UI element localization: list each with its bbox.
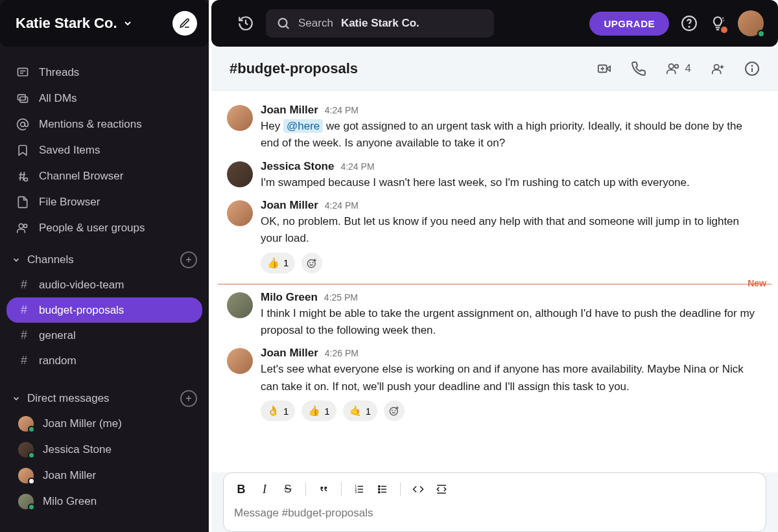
italic-button[interactable]: I bbox=[257, 483, 272, 496]
strikethrough-button[interactable]: S bbox=[281, 483, 295, 496]
emoji: 👌 bbox=[267, 405, 279, 417]
user-avatar[interactable] bbox=[738, 10, 764, 36]
avatar bbox=[18, 442, 34, 457]
help-icon bbox=[681, 15, 698, 32]
svg-point-16 bbox=[689, 27, 689, 27]
people-icon bbox=[16, 222, 30, 235]
history-button[interactable] bbox=[237, 15, 254, 32]
reaction[interactable]: 👌1 bbox=[261, 400, 295, 421]
reaction[interactable]: 👍1 bbox=[261, 253, 295, 273]
message-composer[interactable]: B I S 123 bbox=[223, 472, 766, 532]
hash-icon: # bbox=[18, 303, 30, 317]
channel-item-audio-video-team[interactable]: #audio-video-team bbox=[6, 272, 202, 297]
code-button[interactable] bbox=[411, 483, 425, 495]
message-author[interactable]: Milo Green bbox=[261, 291, 318, 304]
nav-all-dms[interactable]: All DMs bbox=[6, 86, 202, 111]
emoji: 🤙 bbox=[349, 405, 362, 417]
add-member-button[interactable] bbox=[709, 62, 726, 76]
hash-icon: # bbox=[18, 354, 30, 367]
help-button[interactable] bbox=[681, 15, 698, 32]
member-count: 4 bbox=[685, 62, 691, 75]
avatar[interactable] bbox=[227, 200, 253, 226]
dm-item[interactable]: Milo Green bbox=[6, 489, 202, 515]
svg-point-48 bbox=[379, 485, 380, 487]
message-text: Hey @here we got assigned to an urgent t… bbox=[261, 118, 762, 152]
info-icon bbox=[744, 61, 760, 76]
message-text: Let's see what everyone else is working … bbox=[261, 361, 762, 395]
svg-rect-4 bbox=[20, 97, 28, 102]
dms-section-toggle[interactable]: Direct messages bbox=[12, 392, 110, 405]
message-text: OK, no problem. But let us know if you n… bbox=[261, 213, 762, 248]
unordered-list-button[interactable] bbox=[375, 483, 390, 495]
channel-name: budget-proposals bbox=[39, 304, 124, 317]
code-block-button[interactable] bbox=[434, 483, 449, 495]
add-reaction-button[interactable] bbox=[301, 253, 322, 273]
svg-point-5 bbox=[21, 122, 25, 127]
presence-indicator bbox=[28, 478, 35, 485]
section-label: Channels bbox=[27, 253, 74, 266]
avatar[interactable] bbox=[227, 105, 253, 131]
avatar[interactable] bbox=[227, 161, 253, 187]
compose-button[interactable] bbox=[172, 11, 197, 36]
add-dm-button[interactable]: + bbox=[180, 390, 197, 407]
upgrade-button[interactable]: UPGRADE bbox=[589, 12, 669, 36]
bold-button[interactable]: B bbox=[234, 483, 248, 496]
mention[interactable]: @here bbox=[283, 119, 323, 133]
message: Joan Miller4:24 PMOK, no problem. But le… bbox=[218, 195, 772, 277]
reaction[interactable]: 🤙1 bbox=[343, 400, 377, 421]
svg-point-11 bbox=[19, 224, 23, 228]
presence-indicator bbox=[28, 426, 35, 433]
nav-threads[interactable]: Threads bbox=[6, 60, 202, 86]
message-timestamp: 4:24 PM bbox=[340, 161, 374, 172]
svg-point-28 bbox=[752, 65, 753, 66]
nav-people[interactable]: People & user groups bbox=[6, 215, 202, 241]
channels-section-toggle[interactable]: Channels bbox=[12, 253, 74, 266]
nav-mentions[interactable]: Mentions & reactions bbox=[6, 111, 202, 137]
start-video-call-button[interactable] bbox=[596, 62, 613, 76]
svg-line-8 bbox=[20, 172, 21, 180]
svg-point-35 bbox=[392, 410, 393, 411]
message-author[interactable]: Jessica Stone bbox=[261, 160, 334, 173]
add-channel-button[interactable]: + bbox=[180, 251, 197, 268]
message: Milo Green4:25 PMI think I might be able… bbox=[218, 287, 772, 343]
whats-new-button[interactable] bbox=[709, 15, 726, 32]
nav-channel-browser[interactable]: Channel Browser bbox=[6, 163, 202, 189]
svg-point-29 bbox=[308, 259, 316, 267]
reaction[interactable]: 👍1 bbox=[301, 400, 336, 421]
add-reaction-button[interactable] bbox=[384, 400, 405, 421]
channel-details-button[interactable] bbox=[744, 61, 760, 76]
phone-icon bbox=[631, 61, 646, 76]
message-input[interactable] bbox=[233, 503, 757, 520]
workspace-switcher[interactable]: Katie Stark Co. bbox=[16, 15, 133, 32]
message-author[interactable]: Joan Miller bbox=[261, 347, 318, 360]
nav-saved[interactable]: Saved Items bbox=[6, 137, 202, 163]
workspace-name: Katie Stark Co. bbox=[16, 15, 117, 32]
reaction-count: 1 bbox=[283, 257, 289, 268]
message-author[interactable]: Joan Miller bbox=[261, 199, 318, 212]
avatar bbox=[18, 416, 34, 432]
nav-label: File Browser bbox=[39, 196, 100, 209]
quote-button[interactable] bbox=[316, 483, 331, 495]
channel-item-budget-proposals[interactable]: #budget-proposals bbox=[6, 297, 202, 323]
member-count-button[interactable]: 4 bbox=[665, 62, 691, 76]
emoji: 👍 bbox=[308, 405, 320, 417]
dm-item[interactable]: Joan Miller (me) bbox=[6, 411, 202, 437]
svg-point-13 bbox=[279, 19, 287, 27]
nav-file-browser[interactable]: File Browser bbox=[6, 189, 202, 215]
channel-item-random[interactable]: #random bbox=[6, 348, 202, 373]
message-author[interactable]: Joan Miller bbox=[261, 104, 318, 117]
channel-title[interactable]: #budget-proposals bbox=[230, 60, 358, 77]
avatar[interactable] bbox=[227, 348, 253, 374]
plus-icon: + bbox=[185, 254, 191, 266]
channel-item-general[interactable]: #general bbox=[6, 323, 202, 348]
nav-label: Threads bbox=[39, 66, 79, 79]
dm-item[interactable]: Jessica Stone bbox=[6, 437, 202, 463]
start-call-button[interactable] bbox=[631, 61, 646, 76]
avatar[interactable] bbox=[227, 292, 253, 318]
search-input[interactable]: Search Katie Stark Co. bbox=[266, 9, 494, 38]
nav-label: Mentions & reactions bbox=[39, 118, 142, 131]
ordered-list-button[interactable]: 123 bbox=[352, 483, 366, 495]
notification-dot bbox=[721, 27, 727, 33]
svg-point-10 bbox=[25, 178, 28, 181]
dm-item[interactable]: Joan Miller bbox=[6, 463, 202, 489]
